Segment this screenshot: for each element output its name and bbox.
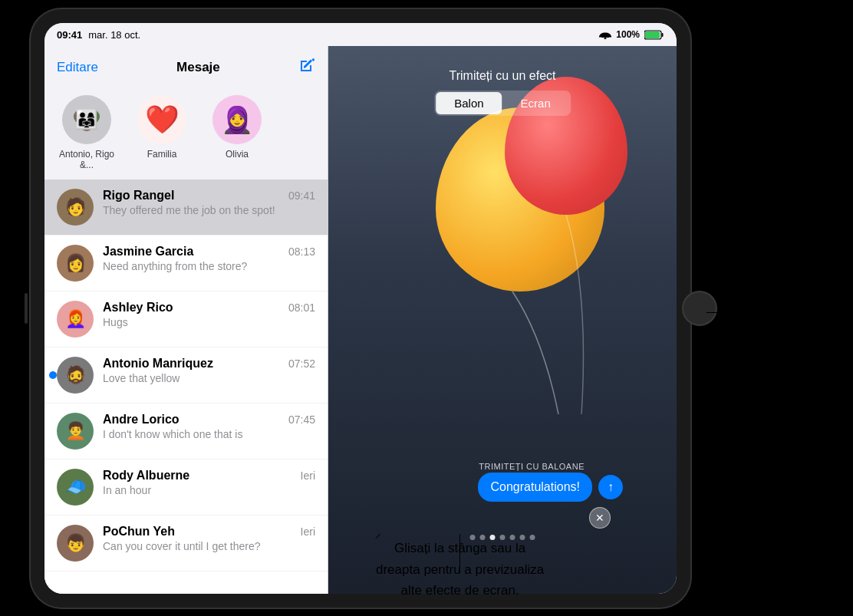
battery-percentage: 100%: [616, 29, 640, 40]
preview-antonio: Love that yellow: [103, 372, 315, 384]
message-content-rody: Rody Albuerne Ieri In an hour: [103, 469, 315, 496]
message-item-jasmine[interactable]: 👩 Jasmine Garcia 08:13 Need anything fro…: [44, 236, 328, 292]
nav-bar: Editare Mesaje: [44, 46, 328, 89]
compose-button[interactable]: [298, 57, 315, 78]
message-content-jasmine: Jasmine Garcia 08:13 Need anything from …: [103, 245, 315, 272]
message-item-ashley[interactable]: 👩‍🦰 Ashley Rico 08:01 Hugs: [44, 292, 328, 348]
time-jasmine: 08:13: [288, 245, 315, 258]
ipad-screen: 09:41 mar. 18 oct. 100% E: [44, 23, 677, 594]
annotation-anulati: Anulați: [759, 305, 801, 321]
avatar-antonio: 🧔: [57, 357, 94, 394]
preview-rigo: They offered me the job on the spot!: [103, 204, 315, 216]
preview-pochun: Can you cover it until I get there?: [103, 540, 315, 552]
compose-icon: [298, 57, 315, 74]
cancel-button[interactable]: ✕: [589, 507, 611, 529]
message-content-ashley: Ashley Rico 08:01 Hugs: [103, 301, 315, 328]
sender-andre: Andre Lorico: [103, 413, 179, 427]
tab-ecran[interactable]: Ecran: [502, 92, 569, 114]
sidebar: Editare Mesaje: [44, 46, 328, 594]
sender-jasmine: Jasmine Garcia: [103, 245, 193, 259]
avatar-ashley: 👩‍🦰: [57, 301, 94, 338]
pinned-avatar-familia: ❤️: [137, 95, 186, 144]
message-content-andre: Andre Lorico 07:45 I don't know which on…: [103, 413, 315, 440]
svg-rect-1: [662, 33, 664, 37]
pinned-avatar-olivia: 🧕: [212, 95, 262, 144]
tab-balon[interactable]: Balon: [436, 92, 502, 114]
message-item-pochun[interactable]: 👦 PoChun Yeh Ieri Can you cover it until…: [44, 516, 328, 572]
message-list: 🧑 Rigo Rangel 09:41 They offered me the …: [44, 180, 328, 594]
group-avatar-icon: 👨‍👩‍👧: [67, 100, 107, 140]
message-content-antonio: Antonio Manriquez 07:52 Love that yellow: [103, 357, 315, 384]
send-button[interactable]: ↑: [598, 475, 623, 499]
preview-ashley: Hugs: [103, 316, 315, 328]
sender-ashley: Ashley Rico: [103, 301, 173, 315]
effect-selector: Trimiteți cu un efect Balon Ecran: [434, 69, 571, 116]
speaker: [25, 293, 28, 324]
svg-rect-2: [645, 31, 660, 38]
avatar-rigo: 🧑: [57, 189, 94, 226]
time-rody: Ieri: [301, 469, 315, 482]
pinned-contact-olivia[interactable]: 🧕 Olivia: [203, 95, 272, 170]
message-item-rigo[interactable]: 🧑 Rigo Rangel 09:41 They offered me the …: [44, 180, 328, 236]
effect-title: Trimiteți cu un efect: [449, 69, 555, 83]
main-content: Editare Mesaje: [44, 46, 677, 594]
sender-rigo: Rigo Rangel: [103, 189, 174, 203]
time-pochun: Ieri: [301, 525, 315, 538]
message-content-pochun: PoChun Yeh Ieri Can you cover it until I…: [103, 525, 315, 552]
sender-antonio: Antonio Manriquez: [103, 357, 213, 371]
pinned-contact-group[interactable]: 👨‍👩‍👧 Antonio, Rigo &...: [52, 95, 121, 170]
effect-tabs: Balon Ecran: [434, 91, 571, 116]
edit-button[interactable]: Editare: [57, 60, 98, 75]
time-rigo: 09:41: [288, 189, 315, 202]
sidebar-title: Mesaje: [176, 60, 220, 75]
pinned-avatar-group: 👨‍👩‍👧: [62, 95, 111, 144]
message-item-rody[interactable]: 🧢 Rody Albuerne Ieri In an hour: [44, 460, 328, 516]
time-ashley: 08:01: [288, 301, 315, 314]
battery-icon: [644, 30, 664, 40]
sender-rody: Rody Albuerne: [103, 469, 189, 483]
instruction-area: Glisați la stânga sau la dreapta pentru …: [376, 534, 544, 601]
message-bubble: Congratulations!: [478, 473, 592, 502]
pinned-contacts: 👨‍👩‍👧 Antonio, Rigo &... ❤️ Familia: [44, 89, 328, 180]
message-item-andre[interactable]: 🧑‍🦱 Andre Lorico 07:45 I don't know whic…: [44, 404, 328, 460]
cancel-icon: ✕: [595, 512, 604, 524]
avatar-andre: 🧑‍🦱: [57, 413, 94, 450]
send-with-balloons-label: TRIMITEȚI CU BALOANE: [479, 462, 585, 471]
status-date: mar. 18 oct.: [88, 29, 140, 41]
sender-pochun: PoChun Yeh: [103, 525, 175, 539]
wifi-icon: [599, 30, 611, 39]
pinned-name-group: Antonio, Rigo &...: [52, 149, 121, 170]
message-content-rigo: Rigo Rangel 09:41 They offered me the jo…: [103, 189, 315, 216]
pinned-name-olivia: Olivia: [226, 149, 249, 160]
instruction-text: Glisați la stânga sau la dreapta pentru …: [376, 538, 544, 601]
time-andre: 07:45: [288, 413, 315, 426]
pinned-name-familia: Familia: [147, 149, 177, 160]
balloon-effect-panel: Trimiteți cu un efect Balon Ecran: [328, 46, 677, 594]
time-antonio: 07:52: [288, 357, 315, 370]
pinned-contact-familia[interactable]: ❤️ Familia: [127, 95, 196, 170]
avatar-rody: 🧢: [57, 469, 94, 506]
avatar-pochun: 👦: [57, 525, 94, 562]
status-time: 09:41: [57, 29, 82, 41]
preview-rody: In an hour: [103, 484, 315, 496]
unread-dot-antonio: [49, 371, 57, 379]
preview-andre: I don't know which one that is: [103, 428, 315, 440]
right-annotations: Trimiteți Anulați: [706, 0, 807, 616]
status-bar: 09:41 mar. 18 oct. 100%: [44, 23, 677, 46]
ipad-frame: 09:41 mar. 18 oct. 100% E: [31, 9, 690, 608]
annotation-trimite: Trimiteți: [759, 250, 807, 266]
preview-jasmine: Need anything from the store?: [103, 260, 315, 272]
avatar-jasmine: 👩: [57, 245, 94, 282]
message-item-antonio[interactable]: 🧔 Antonio Manriquez 07:52 Love that yell…: [44, 348, 328, 404]
status-right: 100%: [599, 29, 664, 40]
svg-text:👨‍👩‍👧: 👨‍👩‍👧: [75, 108, 98, 130]
